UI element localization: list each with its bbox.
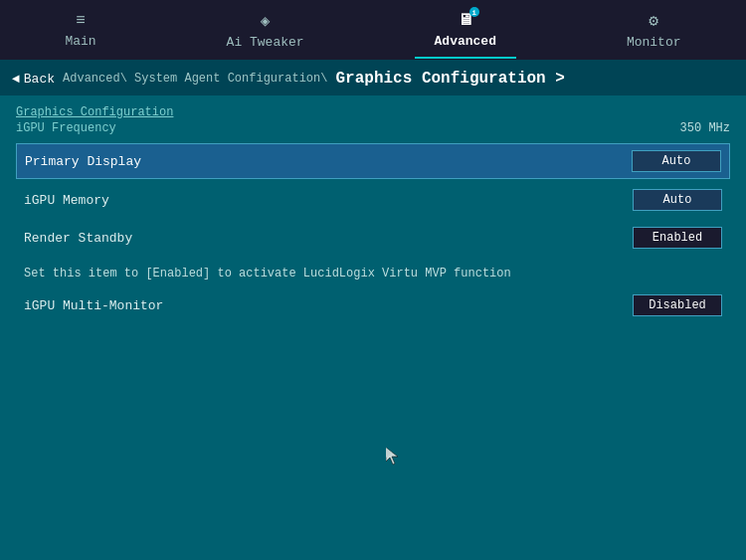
main-content: Graphics Configuration iGPU Frequency 35… bbox=[0, 95, 746, 560]
nav-ai-tweaker-label: Ai Tweaker bbox=[227, 35, 304, 50]
igpu-frequency-value: 350 MHz bbox=[680, 121, 730, 135]
breadcrumb-path: Advanced\ System Agent Configuration\ bbox=[63, 72, 327, 86]
nav-item-main[interactable]: ≡ Main bbox=[45, 4, 115, 57]
back-button[interactable]: ◄ Back bbox=[12, 72, 55, 87]
igpu-memory-value[interactable]: Auto bbox=[633, 189, 722, 211]
igpu-multi-monitor-label: iGPU Multi-Monitor bbox=[24, 298, 163, 313]
main-icon: ≡ bbox=[65, 12, 95, 30]
monitor-nav-icon: ⚙ bbox=[627, 11, 681, 31]
render-standby-value[interactable]: Enabled bbox=[633, 227, 722, 249]
nav-item-monitor[interactable]: ⚙ Monitor bbox=[607, 3, 701, 58]
primary-display-label: Primary Display bbox=[25, 154, 141, 169]
render-standby-row[interactable]: Render Standby Enabled bbox=[16, 221, 730, 255]
igpu-memory-row[interactable]: iGPU Memory Auto bbox=[16, 183, 730, 217]
nav-main-label: Main bbox=[65, 34, 95, 49]
top-navigation: ≡ Main ◈ Ai Tweaker 🖥i Advanced ⚙ Monito… bbox=[0, 0, 746, 62]
render-standby-label: Render Standby bbox=[24, 231, 132, 246]
nav-advanced-label: Advanced bbox=[435, 34, 496, 49]
back-arrow-icon: ◄ bbox=[12, 72, 20, 87]
igpu-multi-monitor-value[interactable]: Disabled bbox=[633, 294, 722, 316]
advanced-monitor-icon: 🖥i bbox=[458, 11, 473, 30]
igpu-frequency-label: iGPU Frequency bbox=[16, 121, 116, 135]
igpu-frequency-row: iGPU Frequency 350 MHz bbox=[16, 121, 730, 135]
back-label: Back bbox=[24, 72, 55, 87]
ai-tweaker-icon: ◈ bbox=[227, 11, 304, 31]
nav-item-ai-tweaker[interactable]: ◈ Ai Tweaker bbox=[207, 3, 324, 58]
nav-monitor-label: Monitor bbox=[627, 35, 681, 50]
section-title: Graphics Configuration bbox=[16, 105, 730, 119]
primary-display-row[interactable]: Primary Display Auto bbox=[16, 143, 730, 179]
description-text: Set this item to [Enabled] to activate L… bbox=[16, 259, 730, 288]
advanced-icon: 🖥i bbox=[435, 11, 496, 30]
breadcrumb-current: Graphics Configuration > bbox=[335, 70, 564, 88]
primary-display-value[interactable]: Auto bbox=[632, 150, 721, 172]
breadcrumb-bar: ◄ Back Advanced\ System Agent Configurat… bbox=[0, 62, 746, 95]
nav-item-advanced[interactable]: 🖥i Advanced bbox=[415, 3, 516, 57]
igpu-multi-monitor-row[interactable]: iGPU Multi-Monitor Disabled bbox=[16, 288, 730, 322]
igpu-memory-label: iGPU Memory bbox=[24, 193, 109, 208]
